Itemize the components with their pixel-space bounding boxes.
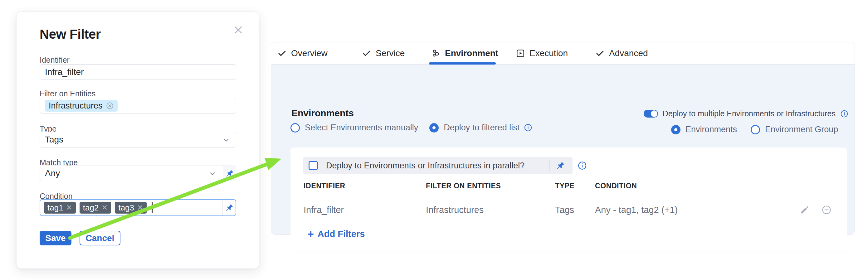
environments-heading: Environments (291, 108, 354, 118)
tag-label: tag3 (118, 203, 134, 213)
add-filters-button[interactable]: + Add Filters (308, 229, 365, 239)
radio-label: Environment Group (765, 125, 838, 134)
tab-environment[interactable]: Environment (431, 42, 498, 64)
check-icon (277, 49, 287, 58)
column-header: IDENTIFIER (304, 182, 345, 190)
entity-chip: Infrastructures (45, 100, 118, 112)
tab-execution[interactable]: Execution (516, 42, 568, 64)
radio-environment-group[interactable] (751, 125, 760, 134)
tag-remove-icon[interactable]: ✕ (137, 203, 143, 212)
type-select[interactable]: Tags (40, 132, 236, 147)
divider (550, 160, 550, 171)
text-caret (152, 202, 153, 213)
match-type-select[interactable]: Any (40, 166, 236, 181)
stage-tabbar: Overview Service Environment (271, 42, 855, 65)
type-value: Tags (45, 135, 63, 145)
column-header: FILTER ON ENTITIES (426, 182, 501, 190)
info-icon[interactable] (578, 161, 587, 170)
tag-chip: tag1 ✕ (44, 202, 76, 214)
radio-label: Deploy to filtered list (444, 123, 520, 133)
remove-filter-icon[interactable] (822, 205, 832, 215)
pipeline-stage-panel: Overview Service Environment (271, 42, 855, 235)
tab-label: Service (376, 48, 405, 58)
active-tab-indicator (429, 62, 496, 65)
save-button[interactable]: Save (40, 231, 71, 245)
chevron-down-icon (209, 170, 217, 178)
execution-icon (516, 49, 525, 58)
add-filters-label: Add Filters (318, 229, 365, 239)
pin-icon[interactable] (222, 200, 236, 215)
radio-label: Select Environments manually (305, 123, 418, 133)
entity-chip-label: Infrastructures (49, 101, 103, 111)
cell-identifier: Infra_filter (304, 205, 344, 215)
close-icon[interactable] (231, 23, 245, 37)
cell-type: Tags (555, 205, 574, 215)
plus-icon: + (308, 229, 314, 239)
toggle-label: Deploy to multiple Environments or Infra… (663, 109, 836, 118)
tag-remove-icon[interactable]: ✕ (101, 203, 107, 212)
tab-label: Execution (529, 48, 568, 58)
radio-select-manually[interactable] (290, 123, 300, 133)
tab-label: Environment (445, 48, 498, 58)
parallel-checkbox-label: Deploy to Environments or Infrastructure… (326, 161, 525, 171)
identifier-input[interactable]: Infra_filter (40, 64, 236, 80)
tab-advanced[interactable]: Advanced (595, 42, 648, 64)
cell-filter-on-entities: Infrastructures (426, 205, 484, 215)
multi-env-toggle[interactable] (644, 110, 658, 117)
column-header: TYPE (555, 182, 575, 190)
environment-tab-content: Environments Select Environments manuall… (271, 65, 855, 235)
filters-card: Deploy to Environments or Infrastructure… (290, 147, 847, 252)
column-header: CONDITION (595, 182, 637, 190)
edit-filter-icon[interactable] (800, 205, 810, 215)
filter-on-entities-label: Filter on Entities (40, 89, 95, 98)
chevron-down-icon (222, 136, 230, 144)
new-filter-modal: New Filter Identifier Infra_filter Filte… (16, 11, 259, 269)
tab-label: Overview (291, 48, 328, 58)
info-icon[interactable] (524, 124, 532, 132)
match-type-value: Any (45, 168, 60, 178)
check-icon (362, 49, 371, 58)
environment-mode-radios: Select Environments manually Deploy to f… (290, 123, 532, 133)
tab-overview[interactable]: Overview (277, 42, 328, 64)
parallel-checkbox[interactable] (309, 161, 318, 170)
tab-service[interactable]: Service (362, 42, 405, 64)
identifier-label: Identifier (40, 56, 69, 65)
chip-remove-icon[interactable] (106, 102, 114, 110)
identifier-value: Infra_filter (45, 67, 84, 77)
toggle-knob (651, 110, 657, 117)
radio-label: Environments (685, 125, 737, 134)
page: New Filter Identifier Infra_filter Filte… (0, 0, 868, 280)
tag-chip: tag2 ✕ (80, 202, 112, 214)
radio-deploy-filtered[interactable] (429, 123, 439, 133)
filter-on-entities-input[interactable]: Infrastructures (40, 98, 236, 113)
env-group-radios: Environments Environment Group (671, 125, 838, 134)
parallel-deploy-row: Deploy to Environments or Infrastructure… (303, 157, 572, 174)
environment-icon (431, 49, 440, 58)
condition-input[interactable]: tag1 ✕ tag2 ✕ tag3 ✕ (40, 199, 236, 216)
cancel-button[interactable]: Cancel (80, 231, 120, 245)
tag-label: tag1 (48, 203, 63, 213)
tag-label: tag2 (83, 203, 99, 213)
cell-condition: Any - tag1, tag2 (+1) (595, 205, 678, 215)
tag-remove-icon[interactable]: ✕ (66, 203, 72, 212)
info-icon[interactable] (840, 110, 848, 118)
modal-title: New Filter (40, 27, 101, 42)
tag-chip: tag3 ✕ (115, 202, 147, 214)
pin-icon[interactable] (556, 161, 565, 170)
tab-label: Advanced (609, 48, 648, 58)
pin-icon[interactable] (223, 166, 236, 181)
radio-environments[interactable] (671, 125, 681, 134)
check-icon (595, 49, 604, 58)
multi-env-toggle-row: Deploy to multiple Environments or Infra… (644, 109, 848, 118)
